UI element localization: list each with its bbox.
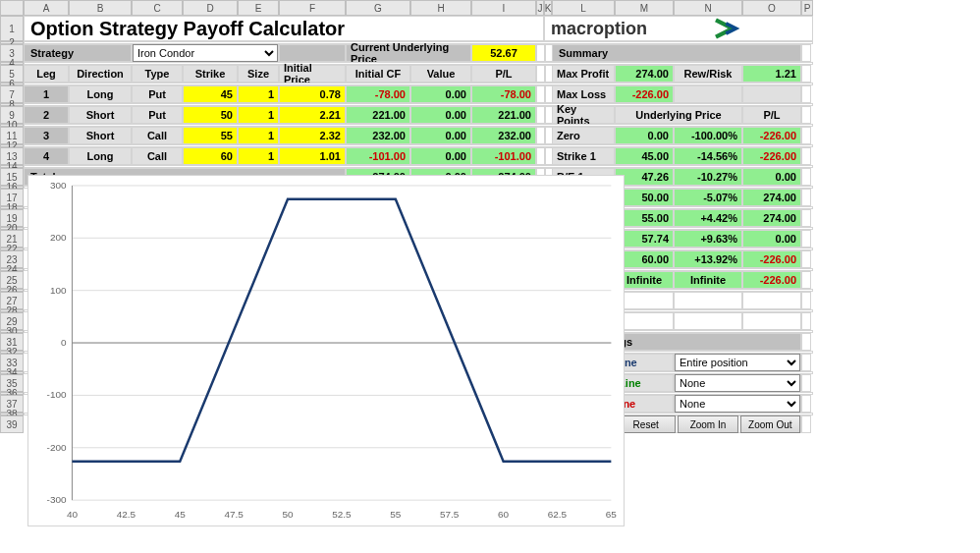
price-label: Current Underlying Price: [346, 44, 471, 62]
leg-direction[interactable]: Long: [69, 147, 132, 165]
leg-direction[interactable]: Long: [69, 85, 132, 103]
summary-label: Summary: [552, 44, 801, 62]
leg-header: P/L: [471, 65, 536, 83]
keypoint-pct: -10.27%: [674, 168, 742, 186]
leg-value: 0.00: [410, 85, 471, 103]
keypoint-underlying: 0.00: [615, 127, 674, 144]
col-header[interactable]: B: [69, 0, 132, 16]
keypoint-pl: -226.00: [742, 250, 801, 268]
leg-header: Direction: [69, 65, 132, 83]
leg-header: Initial Price: [279, 65, 346, 83]
leg-type[interactable]: Put: [132, 106, 183, 124]
brand-icon: [651, 17, 804, 40]
svg-text:57.5: 57.5: [440, 509, 460, 520]
leg-initcf: 221.00: [346, 106, 410, 124]
leg-header: Size: [238, 65, 279, 83]
strategy-select[interactable]: Iron Condor: [133, 44, 278, 62]
keypoint-pct: +13.92%: [674, 250, 742, 268]
svg-text:45: 45: [175, 509, 187, 520]
keypoint-label: Zero: [552, 127, 615, 144]
col-header[interactable]: P: [801, 0, 813, 16]
keypoint-pct: -100.00%: [674, 127, 742, 144]
max-profit-value: 274.00: [615, 65, 674, 83]
leg-initprice[interactable]: 2.32: [279, 127, 346, 144]
col-header[interactable]: L: [552, 0, 615, 16]
leg-initcf: 232.00: [346, 127, 410, 144]
leg-header: Type: [132, 65, 183, 83]
svg-text:47.5: 47.5: [224, 509, 244, 520]
chart-btn-zoom-in[interactable]: Zoom In: [678, 415, 737, 433]
keypoint-pl: 0.00: [742, 230, 801, 248]
leg-strike[interactable]: 45: [183, 85, 238, 103]
leg-number: 2: [24, 106, 69, 124]
keypoint-pl: 274.00: [742, 209, 801, 227]
keypoint-pct: -14.56%: [674, 147, 742, 165]
svg-text:100: 100: [50, 285, 67, 296]
keypoint-pl: -226.00: [742, 127, 801, 144]
col-header[interactable]: A: [24, 0, 69, 16]
leg-type[interactable]: Call: [132, 147, 183, 165]
svg-text:-300: -300: [47, 494, 67, 505]
col-header[interactable]: M: [615, 0, 674, 16]
col-header[interactable]: I: [471, 0, 536, 16]
keypoint-label: Strike 1: [552, 147, 615, 165]
keypoint-pct: +9.63%: [674, 230, 742, 248]
leg-pl: -101.00: [471, 147, 536, 165]
leg-type[interactable]: Put: [132, 85, 183, 103]
leg-initprice[interactable]: 0.78: [279, 85, 346, 103]
keypoint-pl: 0.00: [742, 168, 801, 186]
max-loss-value: -226.00: [615, 85, 674, 103]
leg-strike[interactable]: 55: [183, 127, 238, 144]
col-header[interactable]: E: [238, 0, 279, 16]
leg-size[interactable]: 1: [238, 106, 279, 124]
leg-strike[interactable]: 60: [183, 147, 238, 165]
underlying-price[interactable]: 52.67: [471, 44, 536, 62]
leg-direction[interactable]: Short: [69, 106, 132, 124]
leg-strike[interactable]: 50: [183, 106, 238, 124]
keypoint-pl: -226.00: [742, 147, 801, 165]
svg-text:200: 200: [50, 232, 67, 243]
col-header[interactable]: N: [674, 0, 742, 16]
pl-header: P/L: [742, 106, 801, 124]
col-header[interactable]: G: [346, 0, 410, 16]
col-header[interactable]: K: [544, 0, 552, 16]
leg-initprice[interactable]: 1.01: [279, 147, 346, 165]
leg-size[interactable]: 1: [238, 127, 279, 144]
svg-text:65: 65: [606, 509, 618, 520]
blue-line-select[interactable]: Entire position: [675, 354, 800, 371]
col-header[interactable]: C: [132, 0, 183, 16]
green-line-select[interactable]: None: [675, 374, 800, 392]
leg-header: Strike: [183, 65, 238, 83]
leg-header: Leg: [24, 65, 69, 83]
col-header[interactable]: D: [183, 0, 238, 16]
svg-text:50: 50: [282, 509, 294, 520]
rew-risk-label: Rew/Risk: [674, 65, 742, 83]
row-header[interactable]: 39: [0, 415, 24, 433]
svg-text:0: 0: [61, 337, 67, 348]
page-title: Option Strategy Payoff Calculator: [24, 16, 544, 41]
col-header[interactable]: H: [410, 0, 471, 16]
rew-risk-value: 1.21: [742, 65, 801, 83]
leg-number: 1: [24, 85, 69, 103]
leg-number: 4: [24, 147, 69, 165]
svg-text:40: 40: [67, 509, 79, 520]
keypoint-pl: 274.00: [742, 189, 801, 206]
red-line-select[interactable]: None: [675, 395, 800, 413]
leg-value: 0.00: [410, 127, 471, 144]
brand-logo: macroption: [544, 16, 813, 41]
svg-text:42.5: 42.5: [117, 509, 136, 520]
leg-direction[interactable]: Short: [69, 127, 132, 144]
col-header[interactable]: F: [279, 0, 346, 16]
max-profit-label: Max Profit: [552, 65, 615, 83]
leg-pl: 232.00: [471, 127, 536, 144]
leg-initprice[interactable]: 2.21: [279, 106, 346, 124]
leg-size[interactable]: 1: [238, 147, 279, 165]
leg-size[interactable]: 1: [238, 85, 279, 103]
col-header[interactable]: J: [536, 0, 544, 16]
leg-type[interactable]: Call: [132, 127, 183, 144]
col-header[interactable]: O: [742, 0, 801, 16]
chart-btn-zoom-out[interactable]: Zoom Out: [740, 415, 800, 433]
leg-initcf: -101.00: [346, 147, 410, 165]
payoff-chart: -300-200-10001002003004042.54547.55052.5…: [27, 175, 625, 526]
chart-btn-reset[interactable]: Reset: [616, 415, 676, 433]
